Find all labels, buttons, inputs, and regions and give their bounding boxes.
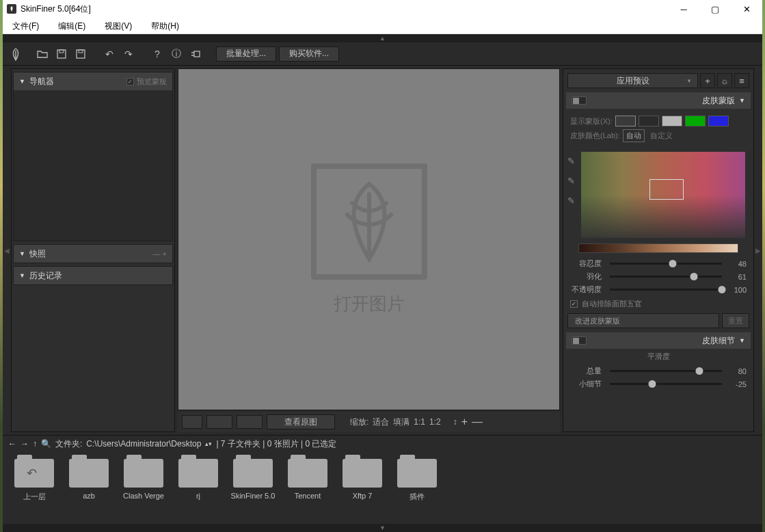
color-selection-rect[interactable] (649, 179, 684, 200)
folder-item[interactable]: azb (64, 456, 113, 520)
preset-gear-icon[interactable]: ☼ (717, 73, 732, 88)
snapshot-plus-icon[interactable]: + (163, 250, 167, 258)
view-single-icon[interactable] (182, 415, 202, 429)
zoom-updown-icon[interactable]: ↕ (453, 417, 457, 427)
tolerance-slider[interactable] (610, 263, 722, 265)
smoothness-label: 平滑度 (565, 349, 752, 364)
history-label: 历史记录 (29, 270, 62, 282)
lab-color-picker[interactable] (581, 152, 745, 238)
zoom-in-icon[interactable]: + (461, 416, 468, 428)
folder-item[interactable]: SkinFiner 5.0 (228, 456, 278, 520)
history-header[interactable]: ▼历史记录 (14, 267, 172, 284)
total-slider[interactable] (610, 370, 722, 372)
opacity-slider[interactable] (610, 289, 722, 291)
menu-edit[interactable]: 编辑(E) (49, 18, 95, 34)
zoom-fit[interactable]: 适合 (373, 416, 389, 428)
folder-item[interactable]: 上一层 (10, 456, 59, 520)
skin-color-auto[interactable]: 自动 (623, 129, 645, 142)
eyedropper-minus-icon[interactable]: ✎ (567, 196, 580, 206)
navigator-header[interactable]: ▼导航器 ✓ 预览蒙板 (14, 72, 172, 90)
menu-file[interactable]: 文件(F) (3, 18, 49, 34)
snapshot-header[interactable]: ▼快照 — + (14, 245, 172, 263)
skin-mask-header[interactable]: 皮肤蒙版 ▼ (566, 92, 751, 109)
preview-mask-checkbox[interactable]: ✓ (126, 78, 134, 85)
batch-button[interactable]: 批量处理... (216, 46, 276, 62)
menu-bar: 文件(F) 编辑(E) 视图(V) 帮助(H) (3, 18, 762, 34)
mask-swatch-dark[interactable] (639, 116, 659, 127)
zoom-11[interactable]: 1:1 (414, 417, 425, 427)
auto-exclude-checkbox[interactable]: ✓ (570, 300, 578, 308)
right-grip[interactable]: ▶ (754, 66, 762, 435)
preset-menu-icon[interactable]: ≡ (734, 73, 749, 88)
save-icon[interactable] (53, 46, 70, 62)
reset-mask-button[interactable]: 重置 (722, 313, 749, 328)
mask-swatch-gray[interactable] (662, 116, 682, 127)
zoom-fill[interactable]: 填满 (393, 416, 410, 428)
skin-mask-toggle[interactable] (572, 96, 587, 105)
show-mask-label: 显示蒙版(X): (570, 116, 613, 127)
small-slider[interactable] (610, 383, 722, 385)
view-split-h-icon[interactable] (237, 415, 263, 429)
folder-item[interactable]: rj (174, 456, 223, 520)
folder-item[interactable]: 插件 (392, 456, 442, 520)
skin-mask-label: 皮肤蒙版 (702, 95, 735, 107)
folder-item[interactable]: Xftp 7 (338, 456, 387, 520)
bottom-collapse-handle[interactable]: ▼ (3, 524, 762, 532)
browser-path[interactable]: C:\Users\Administrator\Desktop (86, 439, 201, 449)
svg-rect-2 (77, 50, 85, 58)
apply-preset-dropdown[interactable]: 应用预设 (567, 73, 698, 88)
feather-value: 61 (726, 273, 747, 281)
feather-label: 羽化 (570, 271, 606, 282)
browser-fwd-icon[interactable]: → (21, 439, 29, 449)
snapshot-minus-icon[interactable]: — (152, 250, 160, 258)
tolerance-label: 容忍度 (570, 258, 606, 269)
view-original-button[interactable]: 查看原图 (267, 414, 335, 429)
mask-swatch-green[interactable] (685, 116, 706, 127)
skin-detail-toggle[interactable] (572, 336, 587, 345)
undo-icon[interactable]: ↶ (101, 46, 118, 62)
window-title: SkinFiner 5.0[64位] (21, 3, 668, 15)
folder-item[interactable]: Tencent (283, 456, 332, 520)
feather-slider[interactable] (610, 276, 722, 278)
placeholder-leaf-icon (311, 163, 427, 280)
browser-back-icon[interactable]: ← (8, 439, 16, 449)
skin-color-custom[interactable]: 自定义 (647, 130, 675, 142)
redo-icon[interactable]: ↷ (120, 46, 137, 62)
left-grip[interactable]: ◀ (3, 66, 11, 435)
skin-tone-gradient[interactable] (578, 243, 738, 253)
zoom-12[interactable]: 1:2 (429, 417, 441, 427)
maximize-button[interactable]: ▢ (699, 0, 731, 18)
canvas[interactable]: 打开图片 (178, 68, 560, 410)
open-folder-icon[interactable] (34, 46, 51, 62)
canvas-bottom-bar: 查看原图 缩放: 适合 填满 1:1 1:2 ↕ + — (178, 412, 560, 432)
folder-label: azb (64, 492, 113, 500)
logo-leaf-icon (8, 46, 23, 62)
menu-view[interactable]: 视图(V) (95, 18, 142, 34)
folder-icon (178, 459, 218, 488)
eyedropper-plus-icon[interactable]: ✎ (567, 176, 580, 186)
zoom-out-icon[interactable]: — (472, 416, 483, 428)
buy-button[interactable]: 购买软件... (279, 46, 339, 62)
app-icon (7, 4, 16, 14)
top-collapse-handle[interactable]: ▲ (3, 34, 762, 42)
open-image-text: 打开图片 (334, 292, 405, 316)
plugin-icon[interactable] (187, 46, 204, 62)
mask-swatch-blue[interactable] (708, 116, 729, 127)
browser-search-icon[interactable]: 🔍 (41, 439, 51, 449)
close-button[interactable]: ✕ (731, 0, 762, 18)
improve-mask-button[interactable]: 改进皮肤蒙版 (567, 313, 719, 328)
folder-icon (69, 459, 109, 488)
info-icon[interactable]: ⓘ (168, 46, 185, 62)
menu-help[interactable]: 帮助(H) (142, 18, 189, 34)
eyedropper-icon[interactable]: ✎ (567, 156, 580, 166)
browser-up-icon[interactable]: ↑ (33, 439, 37, 449)
minimize-button[interactable]: ─ (668, 0, 699, 18)
skin-detail-header[interactable]: 皮肤细节 ▼ (566, 332, 751, 349)
view-split-v-icon[interactable] (206, 415, 232, 429)
preset-add-icon[interactable]: + (700, 73, 715, 88)
auto-exclude-label: 自动排除面部五官 (582, 299, 642, 309)
folder-item[interactable]: Clash Verge (119, 456, 168, 520)
mask-swatch-none[interactable] (615, 116, 636, 127)
save-as-icon[interactable] (72, 46, 89, 62)
help-icon[interactable]: ? (149, 46, 165, 62)
